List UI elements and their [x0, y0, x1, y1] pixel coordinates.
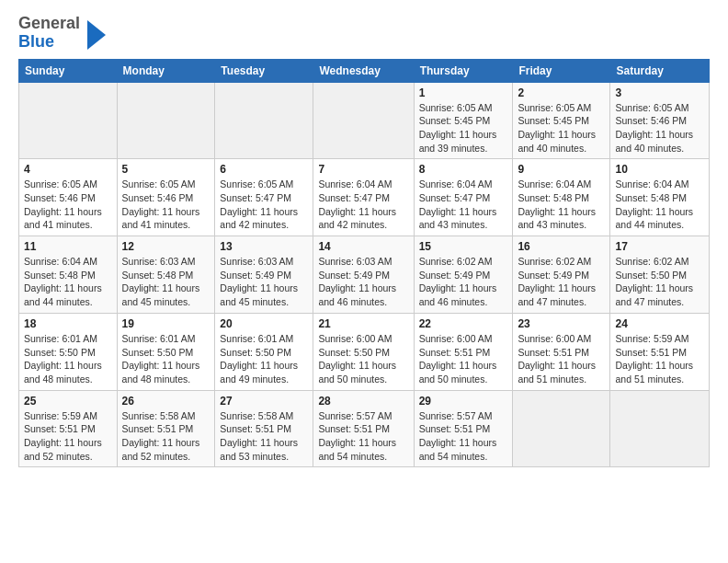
day-info: Sunrise: 6:04 AMSunset: 5:48 PMDaylight:… — [615, 178, 704, 232]
calendar-cell: 13Sunrise: 6:03 AMSunset: 5:49 PMDayligh… — [215, 236, 313, 314]
day-info: Sunrise: 6:03 AMSunset: 5:48 PMDaylight:… — [122, 255, 210, 309]
day-number: 29 — [419, 395, 508, 408]
calendar-header-saturday: Saturday — [610, 59, 710, 82]
day-info: Sunrise: 5:59 AMSunset: 5:51 PMDaylight:… — [24, 409, 112, 464]
day-number: 23 — [518, 317, 605, 330]
calendar-cell: 15Sunrise: 6:02 AMSunset: 5:49 PMDayligh… — [414, 236, 513, 314]
calendar-cell: 14Sunrise: 6:03 AMSunset: 5:49 PMDayligh… — [313, 236, 414, 314]
day-info: Sunrise: 6:01 AMSunset: 5:50 PMDaylight:… — [220, 332, 308, 386]
calendar-header-thursday: Thursday — [414, 59, 513, 82]
header: General Blue — [18, 15, 710, 52]
day-number: 11 — [24, 240, 112, 253]
calendar-cell: 21Sunrise: 6:00 AMSunset: 5:50 PMDayligh… — [313, 313, 414, 390]
day-info: Sunrise: 6:02 AMSunset: 5:49 PMDaylight:… — [518, 255, 605, 309]
calendar-cell: 5Sunrise: 6:05 AMSunset: 5:46 PMDaylight… — [117, 159, 215, 236]
day-number: 19 — [122, 317, 210, 330]
day-number: 24 — [615, 317, 704, 330]
day-info: Sunrise: 6:04 AMSunset: 5:47 PMDaylight:… — [419, 178, 508, 232]
calendar-cell: 24Sunrise: 5:59 AMSunset: 5:51 PMDayligh… — [610, 313, 710, 390]
day-info: Sunrise: 6:03 AMSunset: 5:49 PMDaylight:… — [318, 255, 408, 309]
calendar-cell — [313, 82, 414, 159]
calendar-cell: 20Sunrise: 6:01 AMSunset: 5:50 PMDayligh… — [215, 313, 313, 390]
calendar-cell: 23Sunrise: 6:00 AMSunset: 5:51 PMDayligh… — [513, 313, 610, 390]
day-number: 20 — [220, 317, 308, 330]
day-info: Sunrise: 5:58 AMSunset: 5:51 PMDaylight:… — [220, 409, 308, 464]
logo-text-blue: Blue — [18, 33, 80, 52]
day-number: 6 — [220, 163, 308, 176]
calendar-cell: 4Sunrise: 6:05 AMSunset: 5:46 PMDaylight… — [19, 159, 118, 236]
day-number: 18 — [24, 317, 112, 330]
calendar-cell: 9Sunrise: 6:04 AMSunset: 5:48 PMDaylight… — [513, 159, 610, 236]
calendar-header-monday: Monday — [117, 59, 215, 82]
calendar-cell — [610, 390, 710, 467]
day-number: 16 — [518, 240, 605, 253]
day-info: Sunrise: 5:57 AMSunset: 5:51 PMDaylight:… — [419, 409, 508, 464]
day-number: 14 — [318, 240, 408, 253]
calendar-table: SundayMondayTuesdayWednesdayThursdayFrid… — [18, 59, 710, 468]
day-number: 26 — [122, 395, 210, 408]
day-info: Sunrise: 6:00 AMSunset: 5:50 PMDaylight:… — [318, 332, 408, 386]
calendar-cell: 26Sunrise: 5:58 AMSunset: 5:51 PMDayligh… — [117, 390, 215, 467]
calendar-cell: 18Sunrise: 6:01 AMSunset: 5:50 PMDayligh… — [19, 313, 118, 390]
day-info: Sunrise: 5:59 AMSunset: 5:51 PMDaylight:… — [615, 332, 704, 386]
calendar-cell: 17Sunrise: 6:02 AMSunset: 5:50 PMDayligh… — [610, 236, 710, 314]
calendar-cell — [513, 390, 610, 467]
calendar-cell — [19, 82, 118, 159]
calendar-header-sunday: Sunday — [19, 59, 118, 82]
calendar-cell: 3Sunrise: 6:05 AMSunset: 5:46 PMDaylight… — [610, 82, 710, 159]
day-number: 28 — [318, 395, 408, 408]
calendar-cell: 11Sunrise: 6:04 AMSunset: 5:48 PMDayligh… — [19, 236, 118, 314]
day-info: Sunrise: 6:05 AMSunset: 5:45 PMDaylight:… — [518, 101, 605, 155]
calendar-week-row: 1Sunrise: 6:05 AMSunset: 5:45 PMDaylight… — [19, 82, 710, 159]
calendar-cell: 12Sunrise: 6:03 AMSunset: 5:48 PMDayligh… — [117, 236, 215, 314]
day-number: 15 — [419, 240, 508, 253]
day-number: 17 — [615, 240, 704, 253]
day-info: Sunrise: 5:57 AMSunset: 5:51 PMDaylight:… — [318, 409, 408, 464]
day-info: Sunrise: 6:05 AMSunset: 5:46 PMDaylight:… — [615, 101, 704, 155]
calendar-cell: 25Sunrise: 5:59 AMSunset: 5:51 PMDayligh… — [19, 390, 118, 467]
day-info: Sunrise: 5:58 AMSunset: 5:51 PMDaylight:… — [122, 409, 210, 464]
calendar-header-row: SundayMondayTuesdayWednesdayThursdayFrid… — [19, 59, 710, 82]
calendar-cell: 7Sunrise: 6:04 AMSunset: 5:47 PMDaylight… — [313, 159, 414, 236]
day-number: 21 — [318, 317, 408, 330]
day-info: Sunrise: 6:01 AMSunset: 5:50 PMDaylight:… — [122, 332, 210, 386]
day-info: Sunrise: 6:05 AMSunset: 5:45 PMDaylight:… — [419, 101, 508, 155]
day-info: Sunrise: 6:00 AMSunset: 5:51 PMDaylight:… — [419, 332, 508, 386]
calendar-cell: 2Sunrise: 6:05 AMSunset: 5:45 PMDaylight… — [513, 82, 610, 159]
calendar-week-row: 4Sunrise: 6:05 AMSunset: 5:46 PMDaylight… — [19, 159, 710, 236]
day-number: 1 — [419, 86, 508, 99]
day-info: Sunrise: 6:04 AMSunset: 5:48 PMDaylight:… — [24, 255, 112, 309]
day-number: 22 — [419, 317, 508, 330]
day-number: 8 — [419, 163, 508, 176]
calendar-cell: 28Sunrise: 5:57 AMSunset: 5:51 PMDayligh… — [313, 390, 414, 467]
calendar-cell: 22Sunrise: 6:00 AMSunset: 5:51 PMDayligh… — [414, 313, 513, 390]
calendar-cell — [215, 82, 313, 159]
day-info: Sunrise: 6:04 AMSunset: 5:47 PMDaylight:… — [318, 178, 408, 232]
calendar-cell: 29Sunrise: 5:57 AMSunset: 5:51 PMDayligh… — [414, 390, 513, 467]
calendar-week-row: 18Sunrise: 6:01 AMSunset: 5:50 PMDayligh… — [19, 313, 710, 390]
day-info: Sunrise: 6:03 AMSunset: 5:49 PMDaylight:… — [220, 255, 308, 309]
calendar-cell — [117, 82, 215, 159]
day-info: Sunrise: 6:05 AMSunset: 5:46 PMDaylight:… — [24, 178, 112, 232]
day-info: Sunrise: 6:02 AMSunset: 5:50 PMDaylight:… — [615, 255, 704, 309]
day-info: Sunrise: 6:00 AMSunset: 5:51 PMDaylight:… — [518, 332, 605, 386]
logo: General Blue — [18, 15, 106, 52]
day-info: Sunrise: 6:04 AMSunset: 5:48 PMDaylight:… — [518, 178, 605, 232]
day-number: 3 — [615, 86, 704, 99]
calendar-header-friday: Friday — [513, 59, 610, 82]
day-number: 27 — [220, 395, 308, 408]
logo-arrow-icon — [87, 20, 106, 50]
day-number: 9 — [518, 163, 605, 176]
day-number: 12 — [122, 240, 210, 253]
day-info: Sunrise: 6:01 AMSunset: 5:50 PMDaylight:… — [24, 332, 112, 386]
day-info: Sunrise: 6:02 AMSunset: 5:49 PMDaylight:… — [419, 255, 508, 309]
calendar-week-row: 25Sunrise: 5:59 AMSunset: 5:51 PMDayligh… — [19, 390, 710, 467]
day-number: 25 — [24, 395, 112, 408]
calendar-cell: 16Sunrise: 6:02 AMSunset: 5:49 PMDayligh… — [513, 236, 610, 314]
day-info: Sunrise: 6:05 AMSunset: 5:46 PMDaylight:… — [122, 178, 210, 232]
calendar-cell: 8Sunrise: 6:04 AMSunset: 5:47 PMDaylight… — [414, 159, 513, 236]
calendar-cell: 6Sunrise: 6:05 AMSunset: 5:47 PMDaylight… — [215, 159, 313, 236]
day-number: 13 — [220, 240, 308, 253]
calendar-header-tuesday: Tuesday — [215, 59, 313, 82]
calendar-cell: 1Sunrise: 6:05 AMSunset: 5:45 PMDaylight… — [414, 82, 513, 159]
